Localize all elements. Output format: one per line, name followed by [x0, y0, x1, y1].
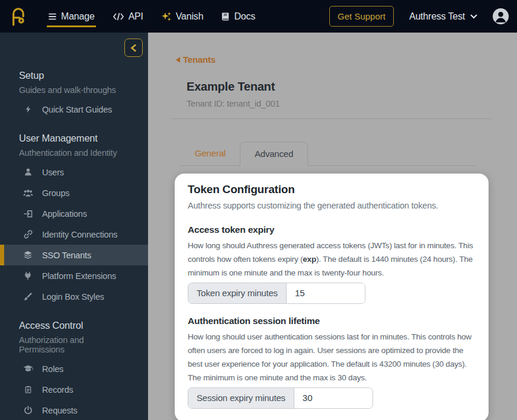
- sidebar-item-label: Platform Extensions: [42, 271, 116, 281]
- tab-general[interactable]: General: [181, 142, 240, 165]
- code-icon: [113, 12, 124, 21]
- tab-advanced[interactable]: Advanced: [240, 142, 308, 166]
- main-nav: Manage API Vanish: [48, 0, 255, 33]
- session-lifetime-section: Authentication session lifetime How long…: [188, 316, 476, 411]
- sidebar-item-label: Users: [42, 168, 64, 177]
- sidebar-item-label: Login Box Styles: [42, 292, 104, 302]
- sidebar-item-label: Records: [42, 385, 73, 395]
- sidebar-item-label: Quick Start Guides: [42, 105, 112, 114]
- field-description: How long should user authentication sess…: [188, 330, 476, 384]
- section-subtitle: Authorization and Permissions: [0, 335, 148, 354]
- section-subtitle: Authentication and Identity: [0, 148, 148, 158]
- menu-icon: [48, 12, 57, 21]
- sidebar-item-users[interactable]: Users: [0, 162, 148, 182]
- bolt-icon: [23, 105, 33, 114]
- breadcrumb-tenants[interactable]: Tenants: [176, 54, 216, 65]
- book-icon: [221, 12, 230, 21]
- sidebar-item-quick-start-guides[interactable]: Quick Start Guides: [0, 99, 148, 120]
- field-heading: Authentication session lifetime: [188, 316, 476, 326]
- top-navbar: Manage API Vanish: [0, 0, 517, 33]
- account-menu[interactable]: Authress Test: [409, 11, 477, 22]
- nav-vanish[interactable]: Vanish: [161, 0, 204, 33]
- field-heading: Access token expiry: [188, 225, 476, 235]
- sidebar-item-records[interactable]: Records: [0, 379, 148, 400]
- sidebar-collapse-button[interactable]: [124, 39, 143, 57]
- sidebar-item-label: SSO Tenants: [42, 251, 91, 260]
- session-expiry-input-group: Session expiry minutes: [188, 387, 373, 409]
- nav-docs-label: Docs: [234, 11, 255, 22]
- back-arrow-icon: [176, 57, 180, 63]
- token-expiry-label: Token expiry minutes: [188, 283, 287, 303]
- nav-api-label: API: [129, 11, 143, 22]
- sidebar-item-label: Identity Connections: [42, 230, 117, 239]
- card-title: Token Configuration: [188, 183, 476, 196]
- sparkles-icon: [161, 11, 172, 22]
- sidebar-section-setup: Setup Guides and walk-throughs Quick Sta…: [0, 70, 148, 120]
- token-expiry-input[interactable]: [287, 283, 365, 303]
- avatar-icon: [493, 8, 509, 24]
- sidebar-item-login-box-styles[interactable]: Login Box Styles: [0, 286, 148, 307]
- power-icon: [23, 406, 33, 415]
- sidebar-item-label: Roles: [42, 364, 63, 374]
- chevron-left-icon: [130, 44, 137, 52]
- divider: [171, 118, 492, 119]
- sidebar-item-label: Requests: [42, 406, 78, 415]
- avatar[interactable]: [493, 8, 509, 24]
- brush-icon: [23, 292, 33, 301]
- nav-manage[interactable]: Manage: [48, 0, 95, 33]
- desc-bold-text: exp: [303, 255, 316, 264]
- sidebar-item-identity-connections[interactable]: Identity Connections: [0, 224, 148, 245]
- user-icon: [23, 168, 33, 177]
- section-title: Setup: [0, 70, 148, 81]
- token-configuration-card: Token Configuration Authress supports cu…: [175, 174, 489, 420]
- section-title: User Management: [0, 133, 148, 144]
- link-icon: [23, 230, 33, 239]
- section-subtitle: Guides and walk-throughs: [0, 85, 148, 95]
- section-title: Access Control: [0, 320, 148, 331]
- tenant-id: Tenant ID: tenant_id_001: [187, 99, 489, 108]
- sidebar-item-label: Groups: [42, 188, 69, 198]
- breadcrumb-label: Tenants: [183, 54, 216, 65]
- sidebar-item-label: Applications: [42, 209, 87, 219]
- session-expiry-input[interactable]: [294, 388, 373, 408]
- sidebar-item-requests[interactable]: Requests: [0, 400, 148, 420]
- field-description: How long should Authress generated acces…: [188, 239, 476, 280]
- users-icon: [23, 189, 33, 197]
- nav-vanish-label: Vanish: [176, 11, 204, 22]
- sidebar-item-sso-tenants[interactable]: SSO Tenants: [0, 245, 148, 265]
- sidebar-section-user-management: User Management Authentication and Ident…: [0, 133, 148, 307]
- sign-in-icon: [23, 210, 33, 218]
- sidebar-item-groups[interactable]: Groups: [0, 182, 148, 203]
- card-subtitle: Authress supports customizing the genera…: [188, 201, 476, 210]
- sidebar: Setup Guides and walk-throughs Quick Sta…: [0, 33, 148, 420]
- sidebar-item-applications[interactable]: Applications: [0, 203, 148, 224]
- nav-manage-label: Manage: [61, 11, 95, 22]
- sidebar-section-access-control: Access Control Authorization and Permiss…: [0, 320, 148, 420]
- layers-icon: [23, 251, 33, 259]
- clipboard-icon: [23, 385, 33, 394]
- main-content: Tenants Example Tenant Tenant ID: tenant…: [148, 33, 517, 420]
- account-name: Authress Test: [409, 11, 465, 22]
- sidebar-item-platform-extensions[interactable]: Platform Extensions: [0, 265, 148, 286]
- token-expiry-input-group: Token expiry minutes: [188, 283, 365, 304]
- graduation-cap-icon: [23, 365, 33, 373]
- authress-logo[interactable]: [9, 7, 27, 27]
- plug-icon: [23, 271, 33, 280]
- access-token-expiry-section: Access token expiry How long should Auth…: [188, 225, 476, 316]
- chevron-down-icon: [470, 14, 477, 19]
- authress-logo-icon: [9, 7, 27, 27]
- session-expiry-label: Session expiry minutes: [188, 388, 294, 408]
- nav-docs[interactable]: Docs: [221, 0, 255, 33]
- tab-bar: General Advanced: [181, 142, 477, 166]
- get-support-button[interactable]: Get Support: [329, 6, 394, 27]
- nav-api[interactable]: API: [113, 0, 143, 33]
- page-title: Example Tenant: [187, 80, 489, 94]
- navbar-right: Get Support Authress Test: [329, 6, 509, 27]
- sidebar-item-roles[interactable]: Roles: [0, 358, 148, 379]
